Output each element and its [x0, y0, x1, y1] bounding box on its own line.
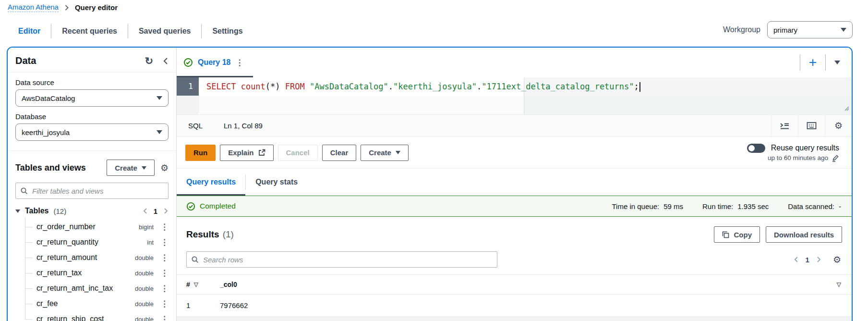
tab-query-results[interactable]: Query results: [177, 169, 245, 196]
status-badge: Completed: [200, 202, 236, 210]
divider: [8, 150, 176, 151]
list-item[interactable]: cr_order_number bigint ⋮: [25, 219, 169, 235]
sort-filter-icon[interactable]: ▽: [194, 281, 198, 288]
table-row[interactable]: 1 7976662: [177, 295, 852, 317]
column-header-col0[interactable]: _col0: [220, 281, 837, 288]
results-header: Results (1) Copy Download results: [177, 217, 852, 243]
breadcrumb: Amazon Athena Query editor: [8, 3, 118, 12]
query-tab-kebab-icon[interactable]: ⋮: [235, 59, 243, 67]
data-sidebar-header: Data ↻: [15, 55, 169, 66]
language-mode: SQL: [188, 122, 203, 130]
reuse-results-toggle[interactable]: [747, 144, 765, 153]
resize-handle-icon[interactable]: [843, 104, 849, 113]
kebab-menu-icon[interactable]: ⋮: [160, 315, 169, 321]
page-prev-icon[interactable]: [143, 208, 148, 214]
list-item[interactable]: cr_fee double ⋮: [25, 296, 169, 311]
cancel-button[interactable]: Cancel: [278, 145, 318, 161]
download-results-button[interactable]: Download results: [766, 226, 842, 243]
kebab-menu-icon[interactable]: ⋮: [160, 254, 169, 262]
tables-group-title: Tables: [25, 207, 49, 215]
breadcrumb-current: Query editor: [75, 3, 118, 12]
list-item[interactable]: cr_return_amount double ⋮: [25, 250, 169, 265]
column-name: cr_order_number: [36, 222, 139, 231]
top-nav-tabs: Editor Recent queries Saved queries Sett…: [8, 22, 253, 40]
breadcrumb-link-athena[interactable]: Amazon Athena: [8, 3, 59, 12]
chevron-down-icon: [841, 28, 846, 32]
kebab-menu-icon[interactable]: ⋮: [160, 223, 169, 231]
tab-editor[interactable]: Editor: [8, 27, 51, 36]
tab-list-caret-icon[interactable]: [834, 61, 840, 64]
query-status-banner: Completed Time in queue: 59 ms Run time:…: [177, 196, 852, 217]
data-source-label: Data source: [15, 78, 169, 86]
results-page-number: 1: [806, 256, 809, 264]
explain-button[interactable]: Explain: [220, 145, 273, 161]
page-next-icon[interactable]: [816, 256, 821, 263]
create-button[interactable]: Create: [361, 145, 409, 161]
workgroup-selected-value: primary: [773, 26, 797, 34]
list-item[interactable]: cr_return_quantity int ⋮: [25, 235, 169, 250]
expand-caret-icon[interactable]: [15, 210, 20, 213]
cursor-position: Ln 1, Col 89: [224, 122, 263, 130]
column-name: cr_return_amt_inc_tax: [36, 284, 135, 293]
format-code-icon[interactable]: [771, 115, 798, 136]
list-item[interactable]: cr_return_ship_cost double ⋮: [25, 311, 169, 321]
search-rows-input[interactable]: [186, 251, 497, 268]
tab-recent-queries[interactable]: Recent queries: [51, 27, 128, 36]
tables-settings-gear-icon[interactable]: ⚙: [160, 163, 169, 173]
sql-dot: .: [477, 82, 482, 91]
create-button-label: Create: [369, 148, 391, 157]
editor-settings-gear-icon[interactable]: ⚙: [825, 115, 852, 136]
query-tab[interactable]: Query 18 ⋮: [177, 48, 253, 77]
kebab-menu-icon[interactable]: ⋮: [160, 284, 169, 293]
column-type: double: [135, 254, 154, 261]
tables-filter: [15, 183, 169, 199]
clear-button[interactable]: Clear: [322, 145, 357, 161]
list-item[interactable]: cr_return_amt_inc_tax double ⋮: [25, 281, 169, 296]
sql-function: count: [236, 82, 265, 91]
run-button[interactable]: Run: [185, 145, 216, 161]
search-icon: [20, 187, 28, 195]
create-table-button[interactable]: Create: [107, 160, 155, 176]
database-selected-value: keerthi_josyula: [22, 128, 70, 136]
tab-saved-queries[interactable]: Saved queries: [128, 27, 202, 36]
results-title: Results: [186, 229, 219, 240]
column-filter-icon[interactable]: ▽: [837, 281, 841, 288]
kebab-menu-icon[interactable]: ⋮: [160, 269, 169, 277]
sql-editor[interactable]: 1 SELECT count(*) FROM "AwsDataCatalog".…: [177, 77, 852, 115]
reuse-duration-text: up to 60 minutes ago: [768, 154, 828, 161]
page-prev-icon[interactable]: [794, 256, 799, 263]
copy-button[interactable]: Copy: [714, 226, 760, 243]
list-item[interactable]: cr_return_tax double ⋮: [25, 265, 169, 281]
run-button-label: Run: [193, 148, 207, 157]
tab-settings[interactable]: Settings: [202, 27, 253, 36]
refresh-icon[interactable]: ↻: [145, 56, 153, 66]
metric-label: Data scanned:: [788, 202, 834, 210]
editor-column: Query 18 ⋮ + 1 SELECT count(*) FROM "Aws…: [177, 48, 852, 321]
kebab-menu-icon[interactable]: ⋮: [160, 238, 169, 247]
data-source-select[interactable]: AwsDataCatalog: [15, 89, 169, 107]
data-scanned: Data scanned: -: [788, 202, 841, 210]
column-name: cr_return_quantity: [36, 238, 147, 247]
sql-keyword: FROM: [280, 82, 310, 91]
toggle-knob: [748, 145, 755, 151]
status-right-icons: ⚙: [771, 115, 852, 136]
filter-tables-input[interactable]: [15, 183, 169, 199]
results-settings-gear-icon[interactable]: ⚙: [833, 255, 841, 264]
kebab-menu-icon[interactable]: ⋮: [160, 300, 169, 308]
query-metrics: Time in queue: 59 ms Run time: 1.935 sec…: [612, 202, 841, 210]
workgroup-select[interactable]: primary: [767, 21, 853, 38]
query-tab-title: Query 18: [198, 58, 230, 67]
tab-query-stats[interactable]: Query stats: [246, 169, 307, 196]
database-select[interactable]: keerthi_josyula: [15, 123, 169, 141]
chevron-down-icon: [396, 151, 400, 154]
page-next-icon[interactable]: [163, 208, 169, 214]
keyboard-shortcuts-icon[interactable]: [798, 115, 825, 136]
collapse-panel-icon[interactable]: [163, 57, 169, 65]
external-link-icon: [258, 149, 265, 156]
reuse-duration-row: up to 60 minutes ago: [768, 154, 839, 162]
chevron-down-icon: [157, 130, 162, 134]
edit-pencil-icon[interactable]: [832, 154, 839, 162]
data-source-selected-value: AwsDataCatalog: [22, 94, 75, 102]
column-name: cr_fee: [36, 299, 135, 308]
new-tab-plus-icon[interactable]: +: [809, 56, 817, 69]
